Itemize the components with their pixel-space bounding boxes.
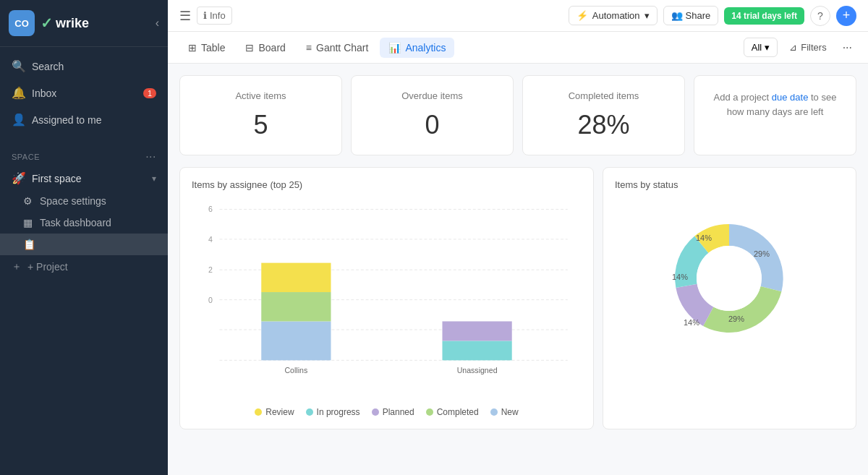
topbar: ☰ ℹ Info ⚡ Automation ▾ 👥 Share 14 trial… bbox=[168, 0, 868, 32]
sidebar-item-analytics[interactable]: 📋 bbox=[0, 234, 168, 255]
collapse-button[interactable]: ‹ bbox=[156, 17, 159, 30]
info-button[interactable]: ℹ Info bbox=[197, 7, 232, 25]
filter-icon: ⊿ bbox=[789, 42, 797, 53]
inprogress-dot bbox=[306, 408, 313, 416]
chevron-down-icon: ▾ bbox=[765, 42, 770, 53]
planned-dot bbox=[372, 408, 379, 416]
trial-badge[interactable]: 14 trial days left bbox=[724, 7, 804, 25]
sidebar-item-space-settings[interactable]: ⚙ Space settings bbox=[0, 190, 168, 212]
sidebar-item-search[interactable]: 🔍 Search bbox=[0, 53, 168, 80]
search-icon: 🔍 bbox=[12, 59, 25, 73]
plus-icon: ＋ bbox=[12, 260, 22, 273]
more-options-button[interactable]: ··· bbox=[838, 38, 856, 58]
svg-text:Collins: Collins bbox=[284, 366, 307, 375]
legend-review: Review bbox=[255, 407, 294, 417]
stats-row: Active items 5 Overdue items 0 Completed… bbox=[179, 75, 856, 155]
settings-icon: ⚙ bbox=[23, 195, 33, 207]
bar-unassigned-inprogress bbox=[442, 341, 511, 360]
active-items-card: Active items 5 bbox=[179, 75, 342, 155]
svg-text:14%: 14% bbox=[696, 234, 712, 242]
overdue-items-label: Overdue items bbox=[401, 90, 463, 101]
wrike-logo: ✓ wrike bbox=[41, 14, 89, 32]
space-section-header: Space ··· bbox=[0, 145, 168, 166]
tab-gantt[interactable]: ≡ Gantt Chart bbox=[297, 38, 378, 58]
add-button[interactable]: + bbox=[836, 6, 856, 26]
info-icon: ℹ bbox=[203, 10, 207, 21]
person-icon: 👤 bbox=[12, 113, 25, 127]
review-dot bbox=[255, 408, 262, 416]
analytics-icon: 📊 bbox=[388, 42, 401, 54]
bar-chart-card: Items by assignee (top 25) 6 4 2 bbox=[179, 167, 594, 429]
new-dot bbox=[490, 408, 498, 416]
bar-chart-svg: 6 4 2 0 Collins bbox=[192, 199, 582, 387]
bar-collins-completed bbox=[261, 292, 331, 321]
legend-completed: Completed bbox=[426, 407, 479, 417]
rocket-icon: 🚀 bbox=[12, 171, 26, 185]
svg-text:14%: 14% bbox=[684, 318, 699, 327]
automation-icon: ⚡ bbox=[576, 10, 588, 21]
table-icon: ⊞ bbox=[188, 42, 197, 54]
chevron-down-icon: ▾ bbox=[152, 174, 156, 184]
board-icon: ⊟ bbox=[245, 42, 254, 54]
svg-text:Unassigned: Unassigned bbox=[457, 366, 498, 375]
svg-text:6: 6 bbox=[208, 205, 213, 213]
bar-legend: Review In progress Planned Completed bbox=[192, 407, 582, 417]
svg-text:29%: 29% bbox=[754, 249, 770, 258]
sidebar: CO ✓ wrike ‹ 🔍 Search 🔔 Inbox 1 👤 Assign… bbox=[0, 0, 168, 475]
donut-svg: 29% 29% 14% 14% 14% bbox=[650, 199, 809, 358]
chevron-down-icon: ▾ bbox=[644, 10, 650, 21]
completed-items-card: Completed items 28% bbox=[522, 75, 685, 155]
overdue-items-value: 0 bbox=[425, 110, 439, 140]
overdue-items-card: Overdue items 0 bbox=[351, 75, 514, 155]
svg-text:29%: 29% bbox=[728, 314, 744, 323]
share-button[interactable]: 👥 Share bbox=[663, 6, 719, 25]
user-avatar[interactable]: CO bbox=[9, 10, 35, 36]
bar-collins-new bbox=[261, 321, 331, 360]
svg-text:4: 4 bbox=[208, 235, 213, 244]
document-icon[interactable]: ☰ bbox=[179, 8, 191, 24]
share-icon: 👥 bbox=[671, 10, 683, 21]
svg-text:2: 2 bbox=[208, 265, 213, 274]
legend-inprogress: In progress bbox=[306, 407, 360, 417]
automation-button[interactable]: ⚡ Automation ▾ bbox=[569, 6, 658, 25]
completed-items-value: 28% bbox=[577, 110, 629, 140]
tab-board[interactable]: ⊟ Board bbox=[237, 38, 294, 58]
inbox-badge: 1 bbox=[143, 88, 156, 98]
sidebar-item-inbox[interactable]: 🔔 Inbox 1 bbox=[0, 80, 168, 106]
legend-planned: Planned bbox=[372, 407, 414, 417]
sidebar-item-assigned[interactable]: 👤 Assigned to me bbox=[0, 106, 168, 133]
active-items-label: Active items bbox=[235, 90, 286, 101]
charts-row: Items by assignee (top 25) 6 4 2 bbox=[179, 167, 856, 429]
content-area: Active items 5 Overdue items 0 Completed… bbox=[168, 64, 868, 475]
help-button[interactable]: ? bbox=[810, 6, 830, 26]
all-filter-button[interactable]: All ▾ bbox=[744, 38, 778, 57]
bar-collins-review bbox=[261, 263, 331, 292]
main-content: ☰ ℹ Info ⚡ Automation ▾ 👥 Share 14 trial… bbox=[168, 0, 868, 475]
due-date-card: Add a project due date to see how many d… bbox=[694, 75, 856, 155]
svg-text:14%: 14% bbox=[672, 273, 688, 281]
sidebar-item-task-dashboard[interactable]: ▦ Task dashboard bbox=[0, 212, 168, 234]
add-project-button[interactable]: ＋ + Project bbox=[0, 255, 168, 278]
gantt-icon: ≡ bbox=[306, 42, 312, 54]
bar-chart-title: Items by assignee (top 25) bbox=[192, 179, 582, 190]
first-space-item[interactable]: 🚀 First space ▾ bbox=[0, 166, 168, 190]
donut-chart-title: Items by status bbox=[615, 179, 844, 190]
donut-chart-card: Items by status bbox=[603, 167, 856, 429]
tab-table[interactable]: ⊞ Table bbox=[179, 38, 234, 58]
legend-new: New bbox=[490, 407, 519, 417]
bar-chart-area: 6 4 2 0 Collins bbox=[192, 199, 582, 401]
donut-hole bbox=[697, 246, 762, 311]
svg-text:0: 0 bbox=[208, 296, 213, 304]
sidebar-header: CO ✓ wrike ‹ bbox=[0, 0, 168, 47]
bar-unassigned-planned bbox=[442, 321, 511, 341]
completed-items-label: Completed items bbox=[569, 90, 639, 101]
tabbar: ⊞ Table ⊟ Board ≡ Gantt Chart 📊 Analytic… bbox=[168, 32, 868, 64]
completed-dot bbox=[426, 408, 433, 416]
bell-icon: 🔔 bbox=[12, 86, 25, 100]
active-items-value: 5 bbox=[253, 110, 268, 140]
space-more-button[interactable]: ··· bbox=[145, 150, 156, 163]
tab-analytics[interactable]: 📊 Analytics bbox=[380, 38, 454, 58]
filters-button[interactable]: ⊿ Filters bbox=[782, 38, 833, 56]
grid-icon: ▦ bbox=[23, 217, 33, 228]
sidebar-nav: 🔍 Search 🔔 Inbox 1 👤 Assigned to me bbox=[0, 47, 168, 139]
